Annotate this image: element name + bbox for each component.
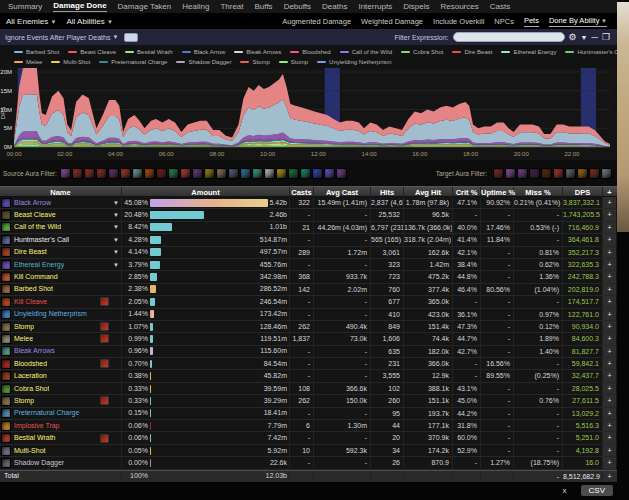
legend-item-huntmaster-s-call[interactable]: Huntmaster's Call <box>565 49 624 55</box>
legend-item-unyielding-netherprism[interactable]: Unyielding Netherprism <box>317 59 391 65</box>
source-aura-icon-8[interactable] <box>144 168 155 179</box>
legend-item-black-arrow[interactable]: Black Arrow <box>182 49 226 55</box>
row-expand-button[interactable]: + <box>603 284 616 295</box>
ability-name[interactable]: Kill Cleave <box>14 296 47 307</box>
ability-name[interactable]: Stomp <box>14 321 34 332</box>
ability-name[interactable]: Preternatural Charge <box>14 408 79 419</box>
chevron-down-icon[interactable]: ▼ <box>581 33 588 42</box>
gear-icon[interactable]: ⚙ <box>569 33 577 42</box>
column-header-[interactable]: + <box>603 187 616 196</box>
row-expand-button[interactable]: + <box>603 346 616 357</box>
abilities-dropdown[interactable]: All Abilities ▼ <box>66 17 112 26</box>
row-expand-caret-icon[interactable]: ▼ <box>113 234 119 245</box>
ability-name[interactable]: Ethereal Energy <box>14 259 64 270</box>
toolbar-link-weighted-damage[interactable]: Weighted Damage <box>361 17 423 26</box>
legend-item-barbed-shot[interactable]: Barbed Shot <box>14 49 59 55</box>
source-aura-icon-13[interactable] <box>204 168 215 179</box>
target-aura-icon-7[interactable] <box>565 168 576 179</box>
source-aura-icon-5[interactable] <box>108 168 119 179</box>
row-expand-caret-icon[interactable]: ▼ <box>113 222 119 233</box>
nav-tab-threat[interactable]: Threat <box>220 2 243 11</box>
toolbar-link-include-overkill[interactable]: Include Overkill <box>433 17 484 26</box>
source-aura-icon-12[interactable] <box>192 168 203 179</box>
source-aura-icon-9[interactable] <box>156 168 167 179</box>
column-header-uptime[interactable]: Uptime % <box>481 187 514 196</box>
ability-name[interactable]: Stomp <box>14 395 34 406</box>
close-button[interactable]: x <box>563 486 567 495</box>
row-expand-button[interactable]: + <box>603 296 616 307</box>
ability-name[interactable]: Multi-Shot <box>14 445 46 456</box>
target-aura-icon-9[interactable] <box>589 168 600 179</box>
nav-tab-damage-taken[interactable]: Damage Taken <box>118 2 172 11</box>
column-header-crit[interactable]: Crit % <box>453 187 481 196</box>
row-expand-button[interactable]: + <box>603 432 616 443</box>
row-expand-button[interactable]: + <box>603 408 616 419</box>
nav-tab-casts[interactable]: Casts <box>490 2 510 11</box>
legend-item-stomp[interactable]: Stomp <box>240 59 269 65</box>
row-expand-button[interactable]: + <box>603 259 616 270</box>
row-expand-button[interactable]: + <box>603 209 616 220</box>
ability-name[interactable]: Bleak Arrows <box>14 346 55 357</box>
row-expand-caret-icon[interactable]: ▼ <box>113 197 119 208</box>
ability-name[interactable]: Call of the Wild <box>14 222 61 233</box>
row-expand-button[interactable]: + <box>603 197 616 208</box>
ability-name[interactable]: Bestial Wrath <box>14 432 56 443</box>
target-aura-icon-4[interactable] <box>529 168 540 179</box>
source-aura-icon-7[interactable] <box>132 168 143 179</box>
legend-item-ethereal-energy[interactable]: Ethereal Energy <box>501 49 556 55</box>
source-aura-icon-18[interactable] <box>264 168 275 179</box>
target-aura-icon-8[interactable] <box>577 168 588 179</box>
ability-name[interactable]: Beast Cleave <box>14 209 56 220</box>
minimize-icon[interactable]: ─ <box>592 33 598 42</box>
source-aura-icon-24[interactable] <box>336 168 347 179</box>
row-expand-button[interactable]: + <box>603 222 616 233</box>
nav-tab-healing[interactable]: Healing <box>182 2 209 11</box>
source-aura-icon-1[interactable] <box>60 168 71 179</box>
toolbar-link-done-by-ability[interactable]: Done By Ability ▼ <box>549 16 607 27</box>
row-expand-caret-icon[interactable]: ▼ <box>113 247 119 258</box>
row-expand-button[interactable]: + <box>603 395 616 406</box>
source-aura-icon-17[interactable] <box>252 168 263 179</box>
enemies-dropdown[interactable]: All Enemies ▼ <box>6 17 56 26</box>
total-expand-button[interactable]: + <box>603 471 616 482</box>
toolbar-link-npcs[interactable]: NPCs <box>494 17 514 26</box>
source-aura-icon-11[interactable] <box>180 168 191 179</box>
column-header-name[interactable]: Name <box>0 187 122 196</box>
column-header-amount[interactable]: Amount <box>122 187 290 196</box>
source-aura-icon-19[interactable] <box>276 168 287 179</box>
row-expand-button[interactable]: + <box>603 247 616 258</box>
column-header-miss[interactable]: Miss % <box>514 187 563 196</box>
nav-tab-dispels[interactable]: Dispels <box>403 2 429 11</box>
source-aura-icon-4[interactable] <box>96 168 107 179</box>
row-expand-button[interactable]: + <box>603 309 616 320</box>
row-expand-button[interactable]: + <box>603 234 616 245</box>
source-aura-icon-23[interactable] <box>324 168 335 179</box>
source-aura-icon-2[interactable] <box>72 168 83 179</box>
legend-item-multi-shot[interactable]: Multi-Shot <box>51 59 90 65</box>
legend-item-shadow-dagger[interactable]: Shadow Dagger <box>176 59 231 65</box>
ignore-events-dropdown[interactable]: Ignore Events After Player Deaths <box>5 34 110 41</box>
ability-name[interactable]: Implosive Trap <box>14 420 60 431</box>
source-aura-icon-3[interactable] <box>84 168 95 179</box>
legend-item-bestial-wrath[interactable]: Bestial Wrath <box>125 49 173 55</box>
dps-chart[interactable]: 0M5M10M15M20M00:0002:0004:0006:0008:0010… <box>0 68 629 160</box>
source-aura-icon-6[interactable] <box>120 168 131 179</box>
row-expand-button[interactable]: + <box>603 383 616 394</box>
csv-export-button[interactable]: CSV <box>581 485 613 496</box>
target-aura-icon-1[interactable] <box>493 168 504 179</box>
nav-tab-deaths[interactable]: Deaths <box>322 2 347 11</box>
source-aura-icon-22[interactable] <box>312 168 323 179</box>
maximize-icon[interactable]: ❐ <box>602 33 610 42</box>
nav-tab-debuffs[interactable]: Debuffs <box>284 2 311 11</box>
column-header-casts[interactable]: Casts <box>290 187 314 196</box>
legend-item-preternatural-charge[interactable]: Preternatural Charge <box>99 59 167 65</box>
row-expand-button[interactable]: + <box>603 370 616 381</box>
legend-item-bleak-arrows[interactable]: Bleak Arrows <box>234 49 281 55</box>
column-header-dps[interactable]: DPS <box>563 187 603 196</box>
column-header-avg-hit[interactable]: Avg Hit <box>404 187 453 196</box>
ignore-events-checkbox[interactable] <box>124 33 138 42</box>
nav-tab-resources[interactable]: Resources <box>440 2 478 11</box>
legend-item-bloodshed[interactable]: Bloodshed <box>290 49 330 55</box>
row-expand-button[interactable]: + <box>603 457 616 468</box>
target-aura-icon-6[interactable] <box>553 168 564 179</box>
